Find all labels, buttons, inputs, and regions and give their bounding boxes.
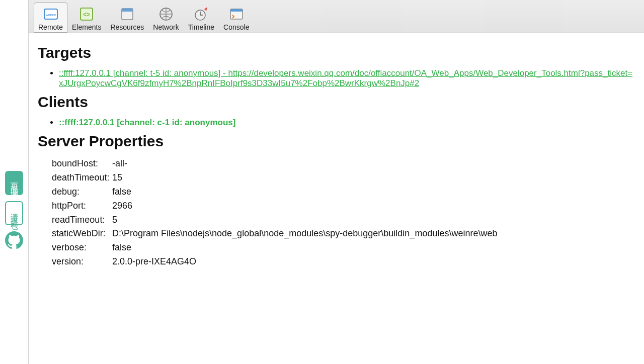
prop-key: version: bbox=[52, 255, 112, 269]
prop-key: staticWebDir: bbox=[52, 227, 112, 241]
tab-console[interactable]: Console bbox=[219, 3, 254, 33]
prop-key: boundHost: bbox=[52, 157, 112, 171]
prop-val: D:\Program Files\nodejs\node_global\node… bbox=[112, 227, 497, 241]
prop-key: deathTimeout: bbox=[52, 171, 112, 185]
table-row: verbose:false bbox=[52, 241, 635, 255]
clients-heading: Clients bbox=[38, 94, 635, 111]
content-area: Targets ::ffff:127.0.0.1 [channel: t-5 i… bbox=[29, 33, 644, 269]
prop-val: 15 bbox=[112, 171, 122, 185]
tab-resources[interactable]: Resources bbox=[106, 3, 148, 33]
table-row: httpPort:2966 bbox=[52, 199, 635, 213]
table-row: boundHost:-all- bbox=[52, 157, 635, 171]
target-item: ::ffff:127.0.0.1 [channel: t-5 id: anony… bbox=[59, 68, 635, 88]
svg-text:weinre: weinre bbox=[45, 13, 56, 17]
table-row: staticWebDir:D:\Program Files\nodejs\nod… bbox=[52, 227, 635, 241]
github-link[interactable] bbox=[5, 231, 23, 249]
serverprops-heading: Server Properties bbox=[38, 133, 635, 150]
github-icon bbox=[5, 231, 23, 249]
prop-key: debug: bbox=[52, 185, 112, 199]
weinre-icon: weinre bbox=[43, 6, 59, 22]
client-item: ::ffff:127.0.0.1 [channel: c-1 id: anony… bbox=[59, 118, 635, 128]
tab-label: Elements bbox=[72, 23, 101, 31]
prop-val: 5 bbox=[112, 213, 117, 227]
prop-val: 2.0.0-pre-IXE4AG4O bbox=[112, 255, 196, 269]
svg-rect-5 bbox=[122, 9, 133, 12]
table-row: version:2.0.0-pre-IXE4AG4O bbox=[52, 255, 635, 269]
client-entry: ::ffff:127.0.0.1 [channel: c-1 id: anony… bbox=[59, 118, 235, 127]
tab-elements[interactable]: <> Elements bbox=[67, 3, 106, 33]
tab-network[interactable]: Network bbox=[148, 3, 183, 33]
tab-label: Resources bbox=[110, 23, 144, 31]
svg-text:<>: <> bbox=[83, 11, 90, 18]
resources-icon bbox=[119, 6, 135, 22]
network-icon bbox=[158, 6, 174, 22]
tab-label: Remote bbox=[38, 23, 63, 31]
sidebar-tab-request-capture[interactable]: 请求抓包 bbox=[5, 201, 23, 225]
table-row: deathTimeout:15 bbox=[52, 171, 635, 185]
console-icon bbox=[228, 6, 245, 22]
prop-key: verbose: bbox=[52, 241, 112, 255]
table-row: readTimeout:5 bbox=[52, 213, 635, 227]
sidebar-tab-label: 页面调试 bbox=[10, 177, 19, 189]
elements-icon: <> bbox=[78, 6, 95, 22]
tab-remote[interactable]: weinre Remote bbox=[34, 3, 67, 33]
tab-timeline[interactable]: Timeline bbox=[184, 3, 219, 33]
tab-label: Network bbox=[153, 23, 179, 31]
tab-label: Console bbox=[223, 23, 249, 31]
prop-val: -all- bbox=[112, 157, 127, 171]
prop-key: httpPort: bbox=[52, 199, 112, 213]
server-properties-table: boundHost:-all- deathTimeout:15 debug:fa… bbox=[52, 157, 635, 269]
svg-rect-9 bbox=[230, 9, 243, 12]
sidebar-tab-label: 请求抓包 bbox=[10, 207, 19, 219]
prop-val: false bbox=[112, 185, 131, 199]
table-row: debug:false bbox=[52, 185, 635, 199]
prop-val: 2966 bbox=[112, 199, 132, 213]
toolbar: weinre Remote <> Elements Resources Netw… bbox=[29, 0, 644, 33]
prop-val: false bbox=[112, 241, 131, 255]
prop-key: readTimeout: bbox=[52, 213, 112, 227]
target-link[interactable]: ::ffff:127.0.0.1 [channel: t-5 id: anony… bbox=[59, 68, 632, 88]
timeline-icon bbox=[193, 6, 209, 22]
sidebar-tab-page-debug[interactable]: 页面调试 bbox=[5, 171, 23, 195]
targets-heading: Targets bbox=[38, 44, 635, 61]
tab-label: Timeline bbox=[188, 23, 214, 31]
